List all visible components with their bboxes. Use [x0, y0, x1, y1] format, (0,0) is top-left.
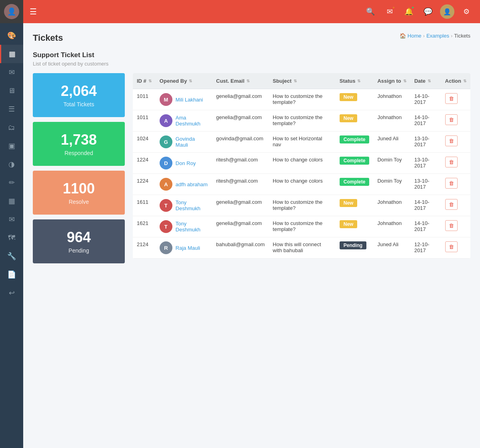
- sidebar-item-palette[interactable]: 🎨: [0, 26, 23, 45]
- delete-button-3[interactable]: 🗑: [445, 157, 458, 167]
- cell-subject: How to customize the template?: [269, 110, 336, 131]
- cell-status: New: [336, 195, 374, 216]
- delete-button-6[interactable]: 🗑: [445, 220, 458, 231]
- cell-assign: Juned Ali: [373, 237, 410, 259]
- cell-action: 🗑: [441, 89, 470, 110]
- sidebar-item-list[interactable]: ☰: [0, 100, 23, 118]
- main-wrapper: ☰ 🔍 ✉ 🔔 💬 👤 ⚙ Tickets 🏠 Home › Examples …: [23, 0, 480, 448]
- user-avatar-0: M: [160, 93, 172, 106]
- stat-card: 1,738Responded: [33, 122, 125, 166]
- status-badge-6: New: [340, 220, 358, 228]
- th-sbuject[interactable]: Sbuject ⇅: [269, 73, 336, 89]
- cell-status: Complete: [336, 174, 374, 195]
- section-sub: List of ticket opend by customers: [33, 61, 470, 67]
- delete-button-4[interactable]: 🗑: [445, 178, 458, 189]
- stat-number: 1100: [63, 180, 95, 197]
- sidebar-item-inbox[interactable]: ✉: [0, 210, 23, 229]
- th-date[interactable]: Date ⇅: [410, 73, 441, 89]
- delete-button-0[interactable]: 🗑: [445, 93, 458, 104]
- sidebar-item-docs[interactable]: 📄: [0, 265, 23, 284]
- notification-badge: [411, 6, 414, 9]
- col-sort-6[interactable]: Date ⇅: [414, 78, 431, 84]
- cell-status: New: [336, 110, 374, 131]
- sort-icon-0: ⇅: [148, 79, 152, 83]
- sidebar-item-back[interactable]: ↩: [0, 284, 23, 302]
- search-icon[interactable]: 🔍: [363, 4, 378, 19]
- th-cust--email[interactable]: Cust. Email ⇅: [212, 73, 269, 89]
- sort-icon-1: ⇅: [189, 79, 192, 83]
- col-sort-3[interactable]: Sbuject ⇅: [273, 78, 297, 84]
- cell-date: 12-10-2017: [410, 237, 441, 259]
- user-name-0: Mili Lakhani: [176, 97, 203, 103]
- cell-status: Complete: [336, 153, 374, 174]
- th-assign-to[interactable]: Assign to ⇅: [373, 73, 410, 89]
- sort-icon-2: ⇅: [246, 79, 250, 83]
- cell-action: 🗑: [441, 131, 470, 153]
- cell-subject: How to customize the template?: [269, 195, 336, 216]
- delete-button-7[interactable]: 🗑: [445, 241, 458, 252]
- sidebar-avatar: 👤: [0, 0, 23, 23]
- chat-icon[interactable]: 💬: [421, 4, 435, 19]
- sidebar-item-table[interactable]: ▦: [0, 192, 23, 210]
- mail-icon[interactable]: ✉: [382, 4, 397, 19]
- hamburger-icon[interactable]: ☰: [30, 7, 37, 16]
- th-status[interactable]: Status ⇅: [336, 73, 374, 89]
- col-sort-4[interactable]: Status ⇅: [340, 78, 361, 84]
- sidebar-item-files[interactable]: 🗂: [0, 118, 23, 137]
- cell-assign: Juned Ali: [373, 131, 410, 153]
- col-sort-7[interactable]: Action ⇅: [445, 78, 466, 84]
- breadcrumb-examples[interactable]: Examples: [426, 33, 449, 39]
- sidebar-item-chart[interactable]: ◑: [0, 155, 23, 173]
- gear-icon[interactable]: ⚙: [459, 4, 474, 19]
- sidebar-item-monitor[interactable]: 🖥: [0, 82, 23, 100]
- cell-action: 🗑: [441, 195, 470, 216]
- delete-button-2[interactable]: 🗑: [445, 135, 458, 146]
- sidebar-rail: 👤 🎨 ▦ ✉ 🖥 ☰ 🗂 ▣ ◑ ✏ ▦ ✉ 🗺 🔧 📄 ↩: [0, 0, 23, 448]
- sidebar-item-mail[interactable]: ✉: [0, 63, 23, 82]
- col-sort-0[interactable]: ID # ⇅: [137, 78, 152, 84]
- delete-button-1[interactable]: 🗑: [445, 114, 458, 125]
- stat-card: 1100Resolve: [33, 171, 125, 215]
- cell-id: 2124: [133, 237, 156, 259]
- delete-button-5[interactable]: 🗑: [445, 199, 458, 210]
- cell-action: 🗑: [441, 237, 470, 259]
- col-sort-5[interactable]: Assign to ⇅: [377, 78, 406, 84]
- stat-label: Resolve: [69, 199, 89, 205]
- th-opened-by[interactable]: Opened By ⇅: [156, 73, 212, 89]
- page-title: Tickets: [33, 33, 63, 43]
- table-row: 1224 A adfh abraham ritesh@gmail.com How…: [133, 174, 470, 195]
- user-name-4: adfh abraham: [176, 181, 208, 187]
- stat-label: Pending: [68, 247, 89, 254]
- sidebar-item-settings[interactable]: 🔧: [0, 247, 23, 265]
- stat-label: Total Tickets: [63, 101, 94, 108]
- user-nav-avatar[interactable]: 👤: [440, 4, 454, 19]
- cell-date: 14-10-2017: [410, 216, 441, 237]
- col-sort-1[interactable]: Opened By ⇅: [160, 78, 192, 84]
- cell-id: 1011: [133, 89, 156, 110]
- cell-subject: How to customize the template?: [269, 216, 336, 237]
- sidebar-item-edit[interactable]: ✏: [0, 173, 23, 192]
- cell-email: genelia@gmail.com: [212, 110, 269, 131]
- th-id--[interactable]: ID # ⇅: [133, 73, 156, 89]
- sidebar-item-map[interactable]: 🗺: [0, 229, 23, 247]
- notification-icon[interactable]: 🔔: [402, 4, 416, 19]
- th-action[interactable]: Action ⇅: [441, 73, 470, 89]
- cell-status: Pending: [336, 237, 374, 259]
- cell-status: New: [336, 89, 374, 110]
- col-sort-2[interactable]: Cust. Email ⇅: [216, 78, 250, 84]
- sidebar-item-dashboard[interactable]: ▦: [0, 45, 23, 63]
- cell-status: Complete: [336, 131, 374, 153]
- cell-status: New: [336, 216, 374, 237]
- cell-id: 1224: [133, 174, 156, 195]
- cell-date: 14-10-2017: [410, 110, 441, 131]
- cell-id: 1224: [133, 153, 156, 174]
- breadcrumb-home[interactable]: Home: [408, 33, 422, 39]
- stat-card: 2,064Total Tickets: [33, 73, 125, 117]
- user-name-6: Tony Deshmukh: [176, 221, 208, 233]
- cell-subject: How to change colors: [269, 174, 336, 195]
- breadcrumb: 🏠 Home › Examples › Tickets: [400, 33, 470, 39]
- sidebar-item-grid[interactable]: ▣: [0, 137, 23, 155]
- page-header: Tickets 🏠 Home › Examples › Tickets: [33, 33, 470, 43]
- sort-icon-4: ⇅: [357, 79, 360, 83]
- cell-assign: Domin Toy: [373, 174, 410, 195]
